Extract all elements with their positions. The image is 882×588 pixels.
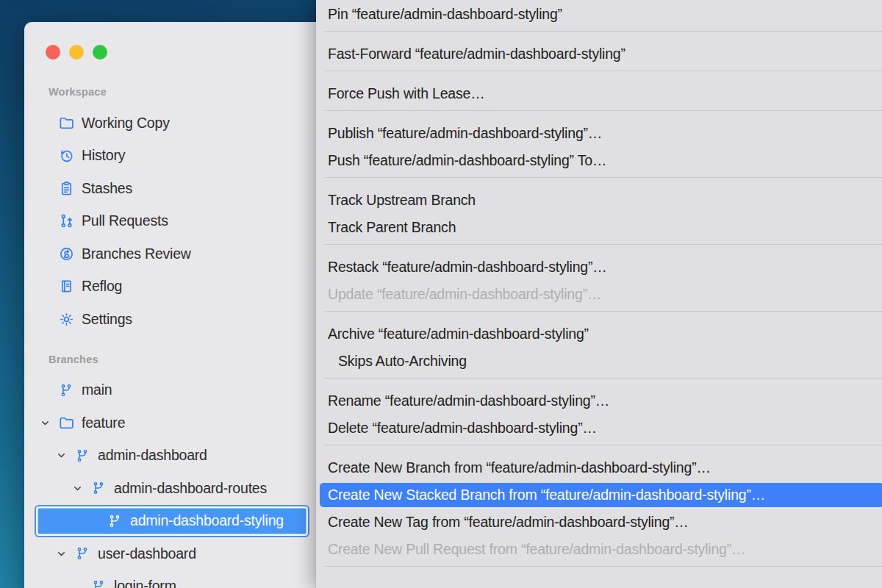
sidebar-item-login-form[interactable]: login-form — [24, 570, 311, 588]
chevron-down-icon[interactable] — [72, 483, 90, 494]
section-branches: Branchesmainfeatureadmin-dashboardadmin-… — [24, 345, 311, 588]
sidebar: WorkspaceWorking CopyHistoryStashesPull … — [24, 22, 311, 588]
clock-history-icon — [57, 147, 75, 165]
sidebar-item-label: admin-dashboard-styling — [130, 512, 284, 529]
reflog-icon — [57, 278, 75, 295]
menu-item-track-parent-branch[interactable]: Track Parent Branch — [316, 214, 882, 241]
menu-item-skips-auto-archiving[interactable]: Skips Auto-Archiving — [316, 348, 882, 375]
pull-request-icon — [57, 212, 75, 230]
git-branch-icon — [57, 381, 75, 399]
sidebar-item-label: feature — [82, 415, 125, 431]
menu-item-delete[interactable]: Delete “feature/admin-dashboard-styling”… — [316, 415, 882, 442]
menu-item-publish[interactable]: Publish “feature/admin-dashboard-styling… — [316, 120, 882, 147]
sidebar-item-label: Settings — [82, 311, 132, 328]
menu-item-force-push-with-lease[interactable]: Force Push with Lease… — [316, 80, 882, 107]
git-branch-icon — [90, 578, 107, 588]
sidebar-item-label: Reflog — [82, 278, 122, 295]
chevron-down-icon[interactable] — [40, 417, 57, 429]
menu-separator — [325, 31, 882, 32]
menu-separator — [325, 378, 882, 379]
sidebar-item-feature[interactable]: feature — [24, 406, 311, 440]
context-menu: Pin “feature/admin-dashboard-styling”Fas… — [316, 0, 882, 588]
section-header-workspace: Workspace — [24, 77, 311, 107]
menu-item-create-new-pull-request: Create New Pull Request from “feature/ad… — [316, 536, 882, 563]
sidebar-item-admin-dashboard[interactable]: admin-dashboard — [24, 440, 311, 473]
menu-item-archive[interactable]: Archive “feature/admin-dashboard-styling… — [316, 320, 882, 348]
git-branch-icon — [106, 512, 123, 530]
chevron-down-icon[interactable] — [56, 450, 74, 461]
sidebar-item-reflog[interactable]: Reflog — [24, 270, 311, 304]
sidebar-item-stashes[interactable]: Stashes — [24, 172, 311, 205]
menu-item-create-new-stacked-branch[interactable]: Create New Stacked Branch from “feature/… — [320, 483, 882, 507]
sidebar-item-working-copy[interactable]: Working Copy — [24, 107, 311, 140]
menu-item-create-new-branch[interactable]: Create New Branch from “feature/admin-da… — [316, 454, 882, 481]
menu-item-rename[interactable]: Rename “feature/admin-dashboard-styling”… — [316, 387, 882, 415]
git-branch-icon — [90, 479, 107, 497]
folder-icon — [57, 414, 75, 431]
menu-separator — [325, 311, 882, 312]
menu-separator — [325, 445, 882, 445]
git-branch-icon — [74, 545, 91, 562]
menu-item-create-new-tag[interactable]: Create New Tag from “feature/admin-dashb… — [316, 509, 882, 536]
branches-review-icon — [57, 245, 75, 262]
sidebar-item-settings[interactable]: Settings — [24, 303, 311, 336]
section-header-branches: Branches — [24, 345, 311, 374]
sidebar-item-label: main — [82, 381, 112, 398]
menu-separator — [325, 244, 882, 245]
menu-separator — [325, 566, 882, 567]
sidebar-item-label: Pull Requests — [82, 212, 168, 229]
sidebar-item-main[interactable]: main — [24, 374, 311, 407]
menu-item-restack[interactable]: Restack “feature/admin-dashboard-styling… — [316, 254, 882, 281]
sidebar-item-label: Branches Review — [82, 245, 191, 262]
sidebar-item-history[interactable]: History — [24, 140, 311, 173]
sidebar-item-label: admin-dashboard — [98, 447, 207, 464]
section-workspace: WorkspaceWorking CopyHistoryStashesPull … — [24, 77, 311, 336]
menu-item-fast-forward[interactable]: Fast-Forward “feature/admin-dashboard-st… — [316, 40, 882, 68]
git-branch-icon — [74, 447, 91, 465]
sidebar-item-label: Stashes — [82, 180, 132, 197]
menu-item-push-to[interactable]: Push “feature/admin-dashboard-styling” T… — [316, 147, 882, 174]
menu-item-update: Update “feature/admin-dashboard-styling”… — [316, 281, 882, 308]
sidebar-item-admin-dashboard-styling[interactable]: admin-dashboard-styling — [35, 505, 309, 538]
sidebar-item-user-dashboard[interactable]: user-dashboard — [24, 537, 311, 570]
menu-item-track-upstream-branch[interactable]: Track Upstream Branch — [316, 187, 882, 214]
chevron-down-icon[interactable] — [56, 548, 74, 559]
menu-separator — [325, 110, 882, 111]
gear-icon — [57, 310, 75, 328]
sidebar-item-admin-dashboard-routes[interactable]: admin-dashboard-routes — [24, 472, 311, 505]
menu-item-pin[interactable]: Pin “feature/admin-dashboard-styling” — [316, 1, 882, 28]
sidebar-item-label: History — [82, 147, 125, 164]
sidebar-item-pull-requests[interactable]: Pull Requests — [24, 205, 311, 238]
menu-separator — [325, 71, 882, 71]
clipboard-icon — [57, 179, 75, 197]
sidebar-item-label: Working Copy — [82, 115, 170, 132]
sidebar-item-branches-review[interactable]: Branches Review — [24, 237, 311, 270]
folder-icon — [57, 114, 75, 132]
sidebar-item-label: admin-dashboard-routes — [114, 480, 267, 497]
sidebar-item-label: user-dashboard — [98, 545, 196, 562]
menu-separator — [325, 177, 882, 178]
sidebar-item-label: login-form — [114, 578, 176, 588]
